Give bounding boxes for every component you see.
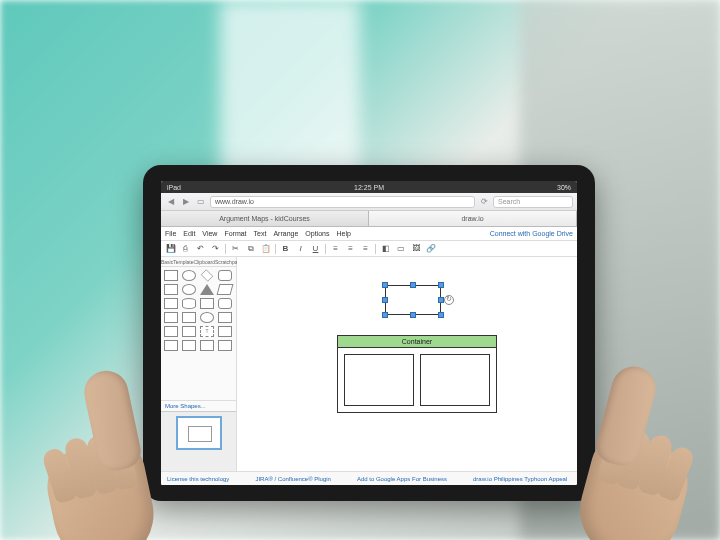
shape-parallelogram[interactable] (217, 284, 234, 295)
menu-view[interactable]: View (202, 230, 217, 237)
browser-tabs: Argument Maps - kidCourses draw.io (161, 211, 577, 227)
resize-handle-sw[interactable] (382, 312, 388, 318)
more-shapes-link[interactable]: More Shapes... (161, 400, 236, 411)
page-thumbnail[interactable] (176, 416, 222, 450)
ipad-screen: iPad 12:25 PM 30% ◀ ▶ ▭ www.draw.io ⟳ Se… (161, 181, 577, 485)
shape-rounded[interactable] (218, 270, 232, 281)
footer-appeal-link[interactable]: draw.io Philippines Typhoon Appeal (473, 476, 567, 482)
separator (375, 244, 376, 254)
shape-arrow[interactable] (218, 340, 232, 351)
tab-argument-maps[interactable]: Argument Maps - kidCourses (161, 211, 369, 226)
shape-hexagon[interactable] (200, 298, 214, 309)
shape-tab-basic[interactable]: Basic (161, 257, 173, 266)
align-left-icon[interactable]: ≡ (330, 243, 341, 254)
menu-format[interactable]: Format (224, 230, 246, 237)
resize-handle-s[interactable] (410, 312, 416, 318)
shape-cylinder[interactable] (182, 298, 196, 309)
shape-callout[interactable] (164, 326, 178, 337)
shape-step[interactable] (182, 326, 196, 337)
shape-note[interactable] (182, 312, 196, 323)
shape-or[interactable] (182, 340, 196, 351)
footer-license-link[interactable]: License this technology (167, 476, 229, 482)
menu-help[interactable]: Help (336, 230, 350, 237)
resize-handle-n[interactable] (410, 282, 416, 288)
shape-and[interactable] (164, 340, 178, 351)
shape-rectangle[interactable] (164, 270, 178, 281)
workspace: Basic Template Clipboard Scratchpad T Mo… (161, 257, 577, 471)
shape-square[interactable] (164, 284, 178, 295)
format-toolbar: 💾 ⎙ ↶ ↷ ✂ ⧉ 📋 B I U ≡ ≡ ≡ ◧ ▭ 🖼 🔗 (161, 241, 577, 257)
print-icon[interactable]: ⎙ (180, 243, 191, 254)
container-body (338, 348, 496, 412)
fill-color-icon[interactable]: ◧ (380, 243, 391, 254)
ipad-status-bar: iPad 12:25 PM 30% (161, 181, 577, 193)
shape-category-tabs: Basic Template Clipboard Scratchpad (161, 257, 236, 267)
underline-icon[interactable]: U (310, 243, 321, 254)
align-center-icon[interactable]: ≡ (345, 243, 356, 254)
shape-document[interactable] (164, 312, 178, 323)
container-header[interactable]: Container (338, 336, 496, 348)
bold-icon[interactable]: B (280, 243, 291, 254)
shape-circle[interactable] (182, 284, 196, 295)
shape-cloud[interactable] (218, 298, 232, 309)
shape-text[interactable]: T (200, 326, 214, 337)
shape-data[interactable] (200, 340, 214, 351)
forward-button[interactable]: ▶ (180, 196, 192, 208)
tab-drawio[interactable]: draw.io (369, 211, 577, 226)
page-thumbnails (161, 411, 236, 471)
shape-process[interactable] (164, 298, 178, 309)
app-footer: License this technology JIRA® / Confluen… (161, 471, 577, 485)
url-input[interactable]: www.draw.io (210, 196, 475, 208)
cut-icon[interactable]: ✂ (230, 243, 241, 254)
shape-actor[interactable] (218, 326, 232, 337)
refresh-icon[interactable]: ⟳ (478, 196, 490, 208)
resize-handle-nw[interactable] (382, 282, 388, 288)
container-child-box[interactable] (420, 354, 490, 406)
menu-text[interactable]: Text (254, 230, 267, 237)
image-icon[interactable]: 🖼 (410, 243, 421, 254)
selected-rectangle-shape[interactable] (385, 285, 441, 315)
device-label: iPad (167, 184, 181, 191)
search-input[interactable]: Search (493, 196, 573, 208)
connect-google-drive-link[interactable]: Connect with Google Drive (490, 230, 573, 237)
undo-icon[interactable]: ↶ (195, 243, 206, 254)
battery-label: 30% (557, 184, 571, 191)
menu-options[interactable]: Options (305, 230, 329, 237)
paste-icon[interactable]: 📋 (260, 243, 271, 254)
rotate-handle[interactable] (444, 295, 454, 305)
footer-gapps-link[interactable]: Add to Google Apps For Business (357, 476, 447, 482)
menu-file[interactable]: File (165, 230, 176, 237)
shape-sidebar: Basic Template Clipboard Scratchpad T Mo… (161, 257, 237, 471)
container-child-box[interactable] (344, 354, 414, 406)
shape-ellipse[interactable] (182, 270, 196, 281)
line-color-icon[interactable]: ▭ (395, 243, 406, 254)
drawio-app: File Edit View Format Text Arrange Optio… (161, 227, 577, 485)
resize-handle-ne[interactable] (438, 282, 444, 288)
shape-triangle[interactable] (200, 284, 214, 295)
italic-icon[interactable]: I (295, 243, 306, 254)
resize-handle-w[interactable] (382, 297, 388, 303)
shape-rhombus[interactable] (201, 269, 213, 281)
separator (325, 244, 326, 254)
copy-icon[interactable]: ⧉ (245, 243, 256, 254)
save-icon[interactable]: 💾 (165, 243, 176, 254)
shape-oval[interactable] (200, 312, 214, 323)
container-shape[interactable]: Container (337, 335, 497, 413)
status-time: 12:25 PM (354, 184, 384, 191)
separator (275, 244, 276, 254)
diagram-canvas[interactable]: Container (237, 257, 577, 471)
menu-bar: File Edit View Format Text Arrange Optio… (161, 227, 577, 241)
shape-card[interactable] (218, 312, 232, 323)
redo-icon[interactable]: ↷ (210, 243, 221, 254)
link-icon[interactable]: 🔗 (425, 243, 436, 254)
menu-edit[interactable]: Edit (183, 230, 195, 237)
shape-tab-template[interactable]: Template (173, 257, 193, 266)
back-button[interactable]: ◀ (165, 196, 177, 208)
bookmarks-icon[interactable]: ▭ (195, 196, 207, 208)
shape-tab-clipboard[interactable]: Clipboard (194, 257, 215, 266)
menu-arrange[interactable]: Arrange (273, 230, 298, 237)
align-right-icon[interactable]: ≡ (360, 243, 371, 254)
resize-handle-se[interactable] (438, 312, 444, 318)
footer-jira-link[interactable]: JIRA® / Confluence® Plugin (255, 476, 331, 482)
shape-palette: T (161, 267, 236, 400)
